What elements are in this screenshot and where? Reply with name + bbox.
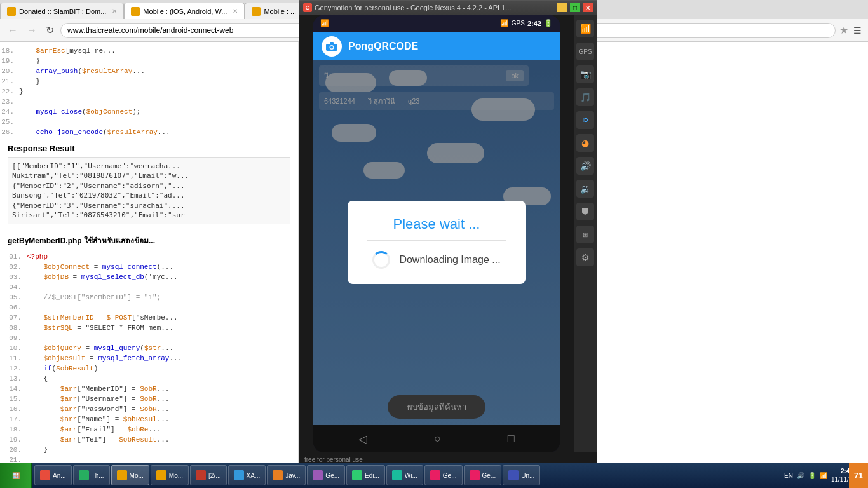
maximize-button[interactable]: □ — [570, 3, 580, 12]
modal-spinner-row: Downloading Image ... — [372, 251, 500, 269]
taskbar-item-mo1[interactable]: Mo... — [111, 465, 149, 485]
taskbar-icon-2 — [196, 470, 206, 480]
get-code-line-15: 15. $arr["Username"] = $obR... — [8, 394, 290, 404]
taskbar-item-mo2[interactable]: Mo... — [151, 465, 189, 485]
tab-1[interactable]: Donated :: SiamBIT : Dom... ✕ — [0, 3, 124, 19]
app-name: PongQRCODE — [348, 41, 418, 52]
orange-badge[interactable]: 71 — [849, 463, 868, 488]
taskbar-network-icon: 📶 — [820, 472, 827, 479]
taskbar-item-ge2[interactable]: Ge... — [424, 465, 463, 485]
start-button[interactable]: 🪟 — [0, 463, 32, 488]
taskbar-icon-wi — [392, 470, 402, 480]
android-phone: 📶 📶 GPS 2:42 🔋 — [313, 15, 560, 452]
response-section: Response Result [{"MemberID":"1","Userna… — [0, 139, 298, 229]
forward-button[interactable]: → — [24, 24, 39, 37]
get-code-line-11: 11. $objResult = mysql_fetch_array... — [8, 353, 290, 363]
taskbar-item-un[interactable]: Un... — [503, 465, 540, 485]
side-tool-media[interactable]: 🎵 — [576, 88, 594, 106]
status-signal: 📶 — [320, 19, 329, 27]
back-nav-icon[interactable]: ◁ — [358, 432, 367, 446]
genymotion-bottom-text: free for personal use — [304, 456, 363, 463]
taskbar-item-jav[interactable]: Jav... — [267, 465, 306, 485]
taskbar-item-an[interactable]: An... — [34, 465, 72, 485]
modal-box: Please wait ... Downloading Image ... — [348, 201, 526, 284]
side-tool-id[interactable]: ID — [576, 111, 594, 129]
tab-2-close[interactable]: ✕ — [233, 8, 238, 15]
taskbar-item-ge1[interactable]: Ge... — [307, 465, 345, 485]
code-line-20: 20. array_push($resultArray... — [0, 66, 298, 76]
side-tool-wifi[interactable]: 📶 — [576, 20, 594, 37]
genymotion-body: 📶 📶 GPS 2:42 🔋 — [299, 15, 597, 452]
taskbar-item-2[interactable]: [2/... — [190, 465, 226, 485]
code-line-21: 21. } — [0, 76, 298, 86]
side-tool-grid[interactable]: ⊞ — [576, 226, 594, 243]
get-code-line-09: 09. — [8, 333, 290, 343]
back-button[interactable]: ← — [5, 24, 20, 37]
tab-1-label: Donated :: SiamBIT : Dom... — [19, 8, 106, 15]
taskbar-label-edi: Edi... — [365, 472, 379, 479]
taskbar-item-wi[interactable]: Wi... — [386, 465, 423, 485]
code-line-18: 18. $arrEsc[mysql_re... — [0, 46, 298, 56]
taskbar-battery-icon: 🔋 — [808, 472, 816, 479]
side-tool-gps[interactable]: GPS — [576, 43, 594, 60]
genymotion-titlebar: G Genymotion for personal use - Google N… — [299, 1, 597, 15]
taskbar-item-xa[interactable]: XA... — [228, 465, 266, 485]
code-line-25: 25. — [0, 117, 298, 127]
refresh-button[interactable]: ↻ — [43, 23, 57, 37]
genymotion-app-icon: G — [303, 3, 312, 12]
taskbar-label-th: Th... — [92, 472, 104, 479]
tab-2-label: Mobile : (iOS, Android, W... — [143, 8, 227, 15]
get-code-line-14: 14. $arr["MemberID"] = $obR... — [8, 384, 290, 394]
phone-content: ok 64321244 วิ สุภาวินี q23 Please wait … — [313, 60, 560, 425]
settings-button[interactable]: ☰ — [852, 24, 863, 37]
tab-1-icon — [7, 7, 16, 16]
home-nav-icon[interactable]: ○ — [434, 432, 441, 445]
taskbar-label-mo2: Mo... — [169, 472, 183, 479]
taskbar-item-ge3[interactable]: Ge... — [464, 465, 502, 485]
taskbar-lang: EN — [784, 472, 793, 479]
status-right: 📶 GPS 2:42 🔋 — [500, 19, 553, 27]
taskbar-label-2: [2/... — [208, 472, 220, 479]
side-tool-volume-up[interactable]: 🔊 — [576, 157, 594, 175]
get-code-line-12: 12. if($obResult) — [8, 363, 290, 374]
taskbar-icon-an — [40, 470, 50, 480]
code-line-19: 19. } — [0, 56, 298, 66]
android-nav-bar: ◁ ○ □ — [313, 425, 560, 453]
response-box: [{"MemberID":"1","Username":"weeracha...… — [8, 157, 290, 224]
side-toolbar: 📶 GPS 📷 🎵 ID ◕ 🔊 🔉 ⛊ ⊞ ⚙ — [574, 15, 597, 452]
status-time: 2:42 — [527, 20, 541, 27]
taskbar-label-mo1: Mo... — [130, 472, 144, 479]
taskbar-label-ge1: Ge... — [325, 472, 339, 479]
modal-please-wait-text: Please wait ... — [393, 216, 480, 233]
side-tool-fingerprint[interactable]: ⛊ — [576, 203, 594, 220]
taskbar-icon-mo1 — [117, 470, 127, 480]
get-code-line-19: 19. $arr["Tel"] = $obResult... — [8, 435, 290, 445]
tab-3-icon — [252, 7, 261, 16]
modal-overlay: Please wait ... Downloading Image ... — [313, 60, 560, 425]
side-tool-camera[interactable]: 📷 — [576, 65, 594, 83]
close-button[interactable]: ✕ — [583, 3, 593, 12]
taskbar-item-edi[interactable]: Edi... — [346, 465, 385, 485]
battery-icon: 🔋 — [544, 19, 553, 27]
taskbar-label-jav: Jav... — [285, 472, 300, 479]
side-tool-volume-down[interactable]: 🔉 — [576, 180, 594, 198]
get-code-line-08: 08. $strSQL = "SELECT * FROM mem... — [8, 323, 290, 333]
get-code-line-10: 10. $objQuery = mysql_query($str... — [8, 343, 290, 353]
status-left: 📶 — [320, 19, 329, 27]
get-code-line-13: 13. { — [8, 374, 290, 384]
tab-2[interactable]: Mobile : (iOS, Android, W... ✕ — [124, 3, 245, 19]
taskbar: 🪟 An... Th... Mo... Mo... [2/... XA... — [0, 463, 868, 488]
side-tool-rss[interactable]: ◕ — [576, 134, 594, 152]
side-tool-settings[interactable]: ⚙ — [576, 248, 594, 266]
code-line-23: 23. — [0, 97, 298, 107]
minimize-button[interactable]: _ — [557, 3, 567, 12]
bookmark-star[interactable]: ★ — [839, 24, 848, 36]
taskbar-label-wi: Wi... — [405, 472, 417, 479]
get-code-line-20: 20. } — [8, 445, 290, 455]
get-code-line-02: 02. $objConnect = mysql_connect(... — [8, 262, 290, 272]
recents-nav-icon[interactable]: □ — [508, 432, 515, 445]
tab-1-close[interactable]: ✕ — [112, 8, 117, 15]
taskbar-label-xa: XA... — [247, 472, 261, 479]
taskbar-item-th[interactable]: Th... — [73, 465, 110, 485]
get-code-line-01: 01. <?php — [8, 252, 290, 262]
